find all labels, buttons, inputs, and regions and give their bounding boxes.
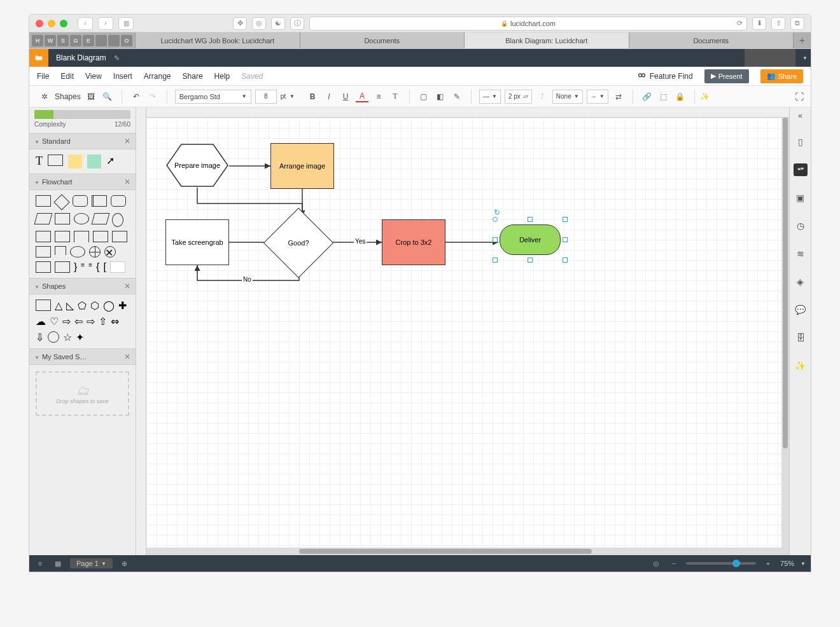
basic-star[interactable]: ☆ [63, 331, 72, 343]
flowchart-shape[interactable] [55, 246, 66, 255]
dock-chat-icon[interactable]: 💬 [794, 303, 807, 316]
fav-o[interactable]: O [121, 35, 132, 46]
flowchart-decision[interactable] [53, 194, 69, 210]
fullscreen-button[interactable]: ⛶ [793, 89, 806, 104]
canvas[interactable]: Yes No Prepare image Arrange image Take … [146, 118, 789, 550]
flowchart-process[interactable] [36, 195, 51, 207]
extension-icon[interactable]: ✥ [233, 17, 247, 30]
arrow-end-select[interactable]: → ▼ [587, 90, 608, 104]
rect-shape[interactable] [48, 155, 63, 166]
basic-4star[interactable]: ✦ [76, 331, 84, 343]
node-arrange-image[interactable]: Arrange image [270, 143, 334, 189]
resize-handle[interactable] [493, 237, 498, 242]
close-icon[interactable]: ✕ [124, 177, 130, 186]
dock-layers-icon[interactable]: ≋ [794, 247, 807, 260]
dock-history-icon[interactable]: ◷ [794, 219, 807, 232]
extension-icon-4[interactable]: ⓘ [290, 17, 304, 30]
node-prepare-image[interactable]: Prepare image [165, 143, 229, 188]
fav-apple-2[interactable] [108, 35, 120, 46]
rotate-handle[interactable]: ↻ [494, 208, 500, 217]
tabs-icon[interactable]: ⧉ [790, 17, 804, 30]
basic-cloud[interactable]: ☁ [36, 315, 46, 327]
arrow-leftright[interactable]: ⇔ [111, 315, 119, 327]
arrow-up[interactable]: ⇧ [99, 315, 107, 327]
share-button[interactable]: 👥 Share [760, 69, 803, 83]
flowchart-blank[interactable] [110, 261, 125, 273]
search-icon[interactable]: 🔍 [101, 89, 114, 104]
panel-standard-header[interactable]: ▼Standard ✕ [29, 133, 136, 149]
page-select[interactable]: Page 1 ▼ [70, 558, 113, 568]
target-icon[interactable]: ◎ [650, 559, 662, 568]
fav-g[interactable]: G [70, 35, 81, 46]
fav-h[interactable]: H [32, 35, 43, 46]
line-color-button[interactable]: ✎ [451, 89, 463, 104]
zoom-slider[interactable] [686, 562, 756, 565]
browser-tab[interactable]: Documents [300, 32, 465, 48]
arrow-right[interactable]: ⇨ [62, 315, 71, 327]
dock-expand-icon[interactable]: « [798, 111, 802, 120]
note-yellow-shape[interactable] [68, 155, 82, 169]
account-dropdown-icon[interactable]: ▼ [799, 55, 811, 61]
zoom-out-button[interactable]: − [668, 559, 680, 568]
border-style-button[interactable]: ▢ [417, 89, 430, 104]
arrow-left[interactable]: ⇦ [74, 315, 83, 327]
fav-apple-1[interactable] [95, 35, 107, 46]
download-icon[interactable]: ⬇ [752, 17, 766, 30]
menu-help[interactable]: Help [214, 72, 230, 81]
browser-tab[interactable]: Lucidchart WG Job Book: Lucidchart [135, 32, 300, 48]
fill-color-button[interactable]: ◧ [434, 89, 447, 104]
line-style-select[interactable]: — ▼ [479, 90, 501, 104]
feature-find-button[interactable]: Feature Find [637, 71, 693, 81]
menu-view[interactable]: View [85, 72, 102, 81]
brace-left[interactable]: { [96, 261, 99, 273]
flowchart-shape[interactable] [55, 261, 70, 273]
arrow-start-select[interactable]: None ▼ [552, 90, 583, 104]
maximize-window-button[interactable] [60, 20, 67, 27]
lock-button[interactable]: 🔒 [674, 89, 687, 104]
back-button[interactable]: ‹ [78, 17, 93, 30]
swap-arrows-button[interactable]: ⇄ [612, 89, 625, 104]
present-button[interactable]: ▶ Present [704, 69, 749, 83]
fav-w[interactable]: W [45, 35, 56, 46]
flowchart-shape[interactable] [74, 231, 89, 242]
flowchart-terminator[interactable] [73, 195, 88, 207]
close-icon[interactable]: ✕ [124, 137, 130, 146]
dock-database-icon[interactable]: 🗄 [794, 331, 807, 344]
browser-tab-active[interactable]: Blank Diagram: Lucidchart [464, 32, 629, 48]
saved-shapes-dropzone[interactable]: 🗂 Drop shapes to save [36, 371, 129, 416]
redo-button[interactable]: ↷ [146, 89, 159, 104]
note-lines[interactable]: ≡ [88, 261, 92, 273]
fav-s[interactable]: S [57, 35, 69, 46]
bold-button[interactable]: B [306, 89, 319, 104]
text-shape[interactable]: T [36, 155, 43, 169]
resize-handle[interactable] [563, 237, 568, 242]
menu-edit[interactable]: Edit [60, 72, 74, 81]
flowchart-or[interactable] [89, 246, 101, 258]
line-width-select[interactable]: 2 px▵▿ [505, 90, 532, 104]
basic-circle[interactable] [48, 331, 59, 343]
new-tab-button[interactable]: + [793, 32, 811, 48]
menu-insert[interactable]: Insert [113, 72, 132, 81]
home-folder-button[interactable] [29, 49, 48, 67]
basic-rect[interactable] [36, 300, 51, 311]
add-page-button[interactable]: ⊕ [119, 559, 130, 568]
resize-handle[interactable] [528, 258, 533, 263]
extension-icon-3[interactable]: ☯ [271, 17, 285, 30]
text-tool-button[interactable]: T [389, 89, 402, 104]
resize-handle[interactable] [563, 258, 568, 263]
font-size-dropdown-icon[interactable]: ▼ [290, 93, 295, 99]
close-icon[interactable]: ✕ [124, 282, 130, 291]
basic-cross[interactable]: ✚ [118, 300, 127, 312]
basic-hexagon[interactable]: ⬡ [90, 300, 99, 312]
brace-right[interactable]: } [74, 261, 77, 273]
flowchart-bracket[interactable]: [ [103, 261, 106, 273]
zoom-in-button[interactable]: + [762, 559, 774, 568]
zoom-value[interactable]: 75% [780, 560, 794, 567]
underline-button[interactable]: U [339, 89, 352, 104]
user-account-block[interactable] [745, 49, 795, 67]
basic-triangle[interactable]: △ [55, 300, 62, 312]
note-green-shape[interactable] [87, 155, 101, 169]
dock-wand-icon[interactable]: ✨ [794, 359, 807, 372]
flowchart-shape[interactable] [111, 195, 126, 207]
forward-button[interactable]: › [98, 17, 113, 30]
